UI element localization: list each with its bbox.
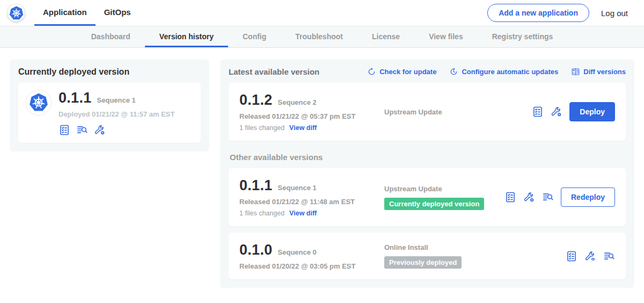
subnav-config[interactable]: Config	[228, 26, 281, 47]
view-diff-link[interactable]: View diff	[289, 210, 317, 217]
released-timestamp: Released 01/20/22 @ 03:05 pm EST	[239, 262, 380, 270]
files-changed-label: 1 files changed	[239, 210, 284, 217]
release-notes-icon[interactable]	[532, 106, 544, 118]
version-number: 0.1.1	[239, 177, 273, 194]
edit-config-icon[interactable]	[551, 106, 562, 118]
diff-versions-link[interactable]: Diff versions	[571, 67, 626, 76]
diff-versions-label: Diff versions	[583, 68, 626, 76]
tab-application-label: Application	[43, 8, 87, 17]
deployed-sequence-label: Sequence 1	[97, 96, 136, 104]
deploy-button[interactable]: Deploy	[569, 102, 615, 121]
tab-gitops[interactable]: GitOps	[96, 0, 140, 26]
files-changed-label: 1 files changed	[239, 124, 284, 132]
version-history-panel: Latest available version Check for updat…	[220, 60, 634, 288]
subnav-troubleshoot[interactable]: Troubleshoot	[281, 26, 357, 47]
version-card-0-1-1: 0.1.1 Sequence 1 Released 01/21/22 @ 11:…	[229, 168, 626, 226]
view-diff-link[interactable]: View diff	[289, 124, 317, 132]
check-for-update-label: Check for update	[379, 68, 436, 76]
version-source-label: Online Install	[384, 243, 566, 251]
add-application-button[interactable]: Add a new application	[487, 4, 589, 22]
app-kubernetes-icon	[26, 90, 52, 116]
redeploy-button[interactable]: Redeploy	[561, 187, 615, 207]
sequence-label: Sequence 0	[278, 248, 317, 256]
configure-automatic-updates-label: Configure automatic updates	[462, 68, 558, 76]
kubernetes-logo	[8, 4, 25, 21]
configure-automatic-updates-link[interactable]: Configure automatic updates	[449, 67, 558, 76]
view-config-icon[interactable]	[584, 250, 596, 262]
diff-icon	[571, 67, 580, 76]
top-navbar: Application GitOps Add a new application…	[0, 0, 644, 26]
currently-deployed-card: Currently deployed version 0.1.1 Sequenc…	[10, 60, 209, 152]
app-subnav: Dashboard Version history Config Trouble…	[0, 26, 644, 48]
schedule-icon	[449, 67, 458, 76]
logout-button[interactable]: Log out	[601, 9, 628, 18]
other-versions-title: Other available versions	[230, 153, 626, 162]
main-content: Currently deployed version 0.1.1 Sequenc…	[0, 48, 644, 288]
released-timestamp: Released 01/21/22 @ 11:48 am EST	[239, 198, 380, 206]
subnav-registry-settings[interactable]: Registry settings	[478, 26, 568, 47]
sequence-label: Sequence 2	[278, 98, 317, 106]
subnav-dashboard[interactable]: Dashboard	[77, 26, 145, 47]
edit-config-icon[interactable]	[523, 191, 535, 203]
tab-gitops-label: GitOps	[104, 8, 131, 17]
preflight-results-icon[interactable]	[542, 191, 554, 203]
currently-deployed-badge: Currently deployed version	[384, 198, 484, 210]
release-notes-icon[interactable]	[58, 124, 70, 136]
deployed-version-number: 0.1.1	[58, 90, 92, 106]
check-for-update-link[interactable]: Check for update	[367, 67, 436, 76]
refresh-icon	[367, 67, 376, 76]
subnav-version-history[interactable]: Version history	[145, 26, 228, 47]
currently-deployed-title: Currently deployed version	[18, 67, 201, 77]
sequence-label: Sequence 1	[278, 184, 317, 192]
released-timestamp: Released 01/21/22 @ 05:37 pm EST	[239, 112, 380, 120]
version-source-label: Upstream Update	[384, 108, 532, 116]
version-number: 0.1.0	[239, 242, 273, 258]
latest-available-title: Latest available version	[229, 67, 319, 76]
preflight-results-icon[interactable]	[603, 250, 615, 262]
deployed-version-card: 0.1.1 Sequence 1 Deployed 01/21/22 @ 11:…	[18, 83, 201, 143]
version-number: 0.1.2	[239, 92, 273, 109]
previously-deployed-badge: Previously deployed	[384, 256, 462, 269]
tab-application[interactable]: Application	[34, 0, 96, 26]
deployed-timestamp: Deployed 01/21/22 @ 11:57 am EST	[58, 110, 174, 118]
release-notes-icon[interactable]	[566, 250, 577, 262]
version-source-label: Upstream Update	[384, 185, 504, 193]
edit-config-icon[interactable]	[94, 124, 106, 136]
subnav-view-files[interactable]: View files	[414, 26, 478, 47]
version-card-latest: 0.1.2 Sequence 2 Released 01/21/22 @ 05:…	[229, 83, 626, 141]
subnav-license[interactable]: License	[357, 26, 414, 47]
release-notes-icon[interactable]	[504, 191, 516, 203]
version-card-0-1-0: 0.1.0 Sequence 0 Released 01/20/22 @ 03:…	[229, 233, 626, 279]
preflight-results-icon[interactable]	[76, 124, 88, 136]
